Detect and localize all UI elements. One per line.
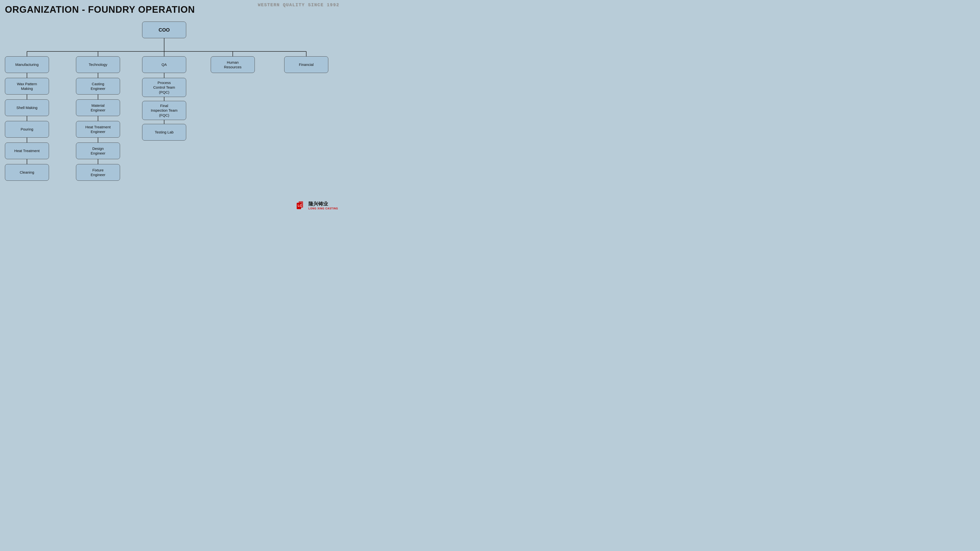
org-node-pouring: Pouring (5, 121, 49, 138)
org-node-wax_pattern: Wax PatternMaking (5, 78, 49, 95)
company-logo: LC 隆兴铸业 LONG XING CASTING (296, 200, 338, 210)
org-node-material_eng: MaterialEngineer (76, 99, 120, 116)
org-node-technology: Technology (76, 56, 120, 73)
org-node-casting_eng: CastingEngineer (76, 78, 120, 95)
page-title: ORGANIZATION - FOUNDRY OPERATION (5, 5, 195, 15)
org-node-cleaning: Cleaning (5, 164, 49, 181)
org-node-qa: QA (142, 56, 186, 73)
org-node-financial: Financial (284, 56, 328, 73)
org-node-coo: COO (142, 22, 186, 38)
org-node-heat_treat_eng: Heat TreatmentEngineer (76, 121, 120, 138)
logo-icon: LC (296, 201, 307, 210)
org-node-heat_treatment: Heat Treatment (5, 143, 49, 159)
org-node-design_eng: DesignEngineer (76, 143, 120, 159)
watermark: WESTERN QUALITY SINCE 1992 (258, 2, 339, 7)
logo-en-text: LONG XING CASTING (309, 207, 338, 210)
org-node-shell_making: Shell Making (5, 99, 49, 116)
svg-text:LC: LC (298, 204, 302, 207)
org-node-hr: HumanResources (211, 56, 255, 73)
org-node-manufacturing: Manufacturing (5, 56, 49, 73)
org-node-fqc: FinalInspection Team(FQC) (142, 101, 186, 120)
org-node-testing_lab: Testing Lab (142, 124, 186, 141)
org-node-pqc: ProcessControl Team(PQC) (142, 78, 186, 97)
logo-cn-text: 隆兴铸业 (309, 201, 328, 206)
org-node-fixture_eng: FixtureEngineer (76, 164, 120, 181)
